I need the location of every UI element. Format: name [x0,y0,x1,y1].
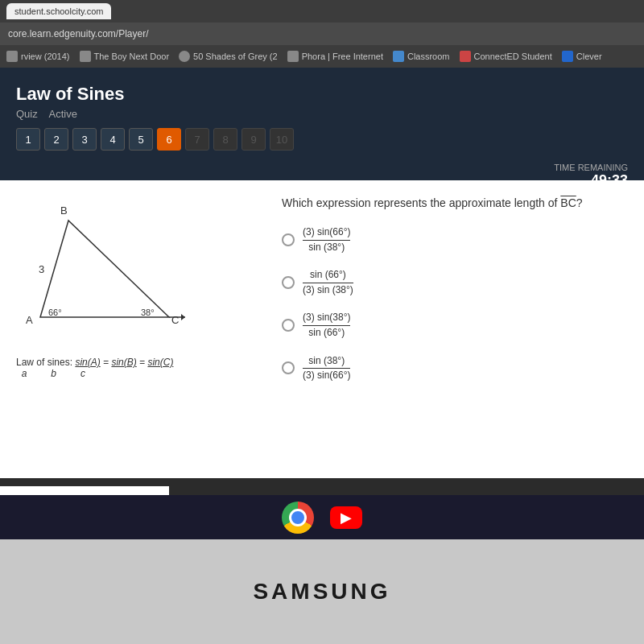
numerator-a: (3) sin(66°) [303,226,350,241]
answer-text-d: sin (38°) (3) sin(66°) [303,354,350,382]
bookmark-icon-clever [562,51,573,62]
quiz-content-area: B A C 3 66° 38° Law of sines: sin(A) = s… [0,180,644,478]
quiz-label: Quiz [16,108,38,120]
chrome-icon[interactable] [282,502,314,534]
fraction-d: sin (38°) (3) sin(66°) [303,355,350,382]
time-remaining-label: TIME REMAINING [554,163,628,172]
bookmark-50shades[interactable]: 50 Shades of Grey (2 [179,51,278,62]
bookmark-icon-connected [460,51,471,62]
numerator-c: (3) sin(38°) [303,312,350,326]
angle-c-label: 38° [141,308,155,317]
bookmark-label-50shades: 50 Shades of Grey (2 [193,52,278,61]
question-btn-5[interactable]: 5 [129,128,153,151]
bookmark-label-rview: rview (2014) [21,52,70,61]
bookmark-boynextdoor[interactable]: The Boy Next Door [80,51,170,62]
samsung-label: SAMSUNG [253,579,390,605]
fraction-a: (3) sin(66°) sin (38°) [303,226,350,254]
bookmark-clever[interactable]: Clever [562,51,602,62]
denominator-c: sin (66°) [308,326,345,340]
answer-options: (3) sin(66°) sin (38°) sin (66°) (3) sin… [282,225,628,382]
answer-option-d[interactable]: sin (38°) (3) sin(66°) [282,354,628,382]
answer-option-b[interactable]: sin (66°) (3) sin (38°) [282,268,628,296]
bookmark-rview[interactable]: rview (2014) [6,51,70,62]
bookmark-label-clever: Clever [576,52,602,61]
question-btn-1[interactable]: 1 [16,128,40,151]
bookmark-label-connected: ConnectED Student [474,52,552,61]
left-panel: B A C 3 66° 38° Law of sines: sin(A) = s… [16,196,258,462]
vertex-c-label: C [171,314,179,326]
radio-b[interactable] [282,276,295,289]
browser-tab[interactable]: student.schoolcity.com [6,3,111,19]
law-of-sines-formula: Law of sines: sin(A) = sin(B) = sin(C) a… [16,357,258,379]
bookmark-icon-classroom [393,51,404,62]
numerator-b: sin (66°) [303,269,353,283]
denominator-a: sin (38°) [308,241,345,254]
url-text: core.learn.edgenuity.com/Player/ [8,28,149,39]
bookmark-icon-rview [6,51,18,62]
numerator-d: sin (38°) [303,355,350,369]
angle-a-label: 66° [48,308,62,317]
fraction-b: sin (66°) (3) sin (38°) [303,269,353,296]
browser-top-bar: student.schoolcity.com [0,0,644,23]
bookmark-label-phora: Phora | Free Internet [302,52,383,61]
law-label: Law of sines: [16,357,75,368]
status-label: Active [48,108,76,120]
bookmark-label-classroom: Classroom [407,52,450,61]
bookmark-connected[interactable]: ConnectED Student [460,51,552,62]
bookmarks-bar: rview (2014) The Boy Next Door 50 Shades… [0,45,644,68]
page-title: Law of Sines [16,84,628,105]
youtube-icon[interactable]: ▶ [330,506,362,529]
triangle-svg: B A C 3 66° 38° [16,196,193,341]
bookmark-phora[interactable]: Phora | Free Internet [287,51,383,62]
radio-c[interactable] [282,319,295,332]
question-btn-2[interactable]: 2 [44,128,68,151]
quiz-nav: 1 2 3 4 5 6 7 8 9 10 [16,128,628,151]
right-panel: Which expression represents the approxim… [282,196,628,462]
samsung-bar: SAMSUNG [0,539,644,644]
time-remaining-value: 49:33 [554,172,628,189]
svg-marker-0 [40,221,169,317]
question-btn-10[interactable]: 10 [270,128,294,151]
quiz-status: Quiz Active [16,108,628,120]
svg-marker-2 [181,314,185,320]
address-bar[interactable]: core.learn.edgenuity.com/Player/ [0,23,644,45]
answer-text-c: (3) sin(38°) sin (66°) [303,311,350,339]
triangle-diagram: B A C 3 66° 38° [16,196,258,345]
vertex-a-label: A [26,314,33,326]
question-btn-6[interactable]: 6 [157,128,181,151]
question-btn-4[interactable]: 4 [101,128,125,151]
bookmark-classroom[interactable]: Classroom [393,51,450,62]
question-text: Which expression represents the approxim… [282,196,628,209]
answer-option-c[interactable]: (3) sin(38°) sin (66°) [282,311,628,339]
question-btn-9[interactable]: 9 [242,128,266,151]
main-content: Law of Sines Quiz Active 1 2 3 4 5 6 7 8… [0,68,644,180]
question-btn-7[interactable]: 7 [185,128,209,151]
taskbar: ▶ [0,495,644,539]
bookmark-icon-50shades [179,51,190,62]
answer-text-a: (3) sin(66°) sin (38°) [303,225,350,254]
radio-a[interactable] [282,233,295,246]
answer-option-a[interactable]: (3) sin(66°) sin (38°) [282,225,628,254]
denominator-d: (3) sin(66°) [303,369,350,382]
vertex-b-label: B [60,204,68,217]
time-remaining-display: TIME REMAINING 49:33 [554,163,628,189]
answer-text-b: sin (66°) (3) sin (38°) [303,268,353,296]
side-ab-label: 3 [39,263,44,275]
denominator-b: (3) sin (38°) [303,283,353,297]
question-btn-3[interactable]: 3 [72,128,97,151]
bookmark-icon-phora [287,51,299,62]
segment-label: BC [560,196,576,209]
radio-d[interactable] [282,361,295,374]
bookmark-icon-boynextdoor [80,51,91,62]
question-btn-8[interactable]: 8 [213,128,237,151]
fraction-c: (3) sin(38°) sin (66°) [303,312,350,339]
bookmark-label-boynextdoor: The Boy Next Door [94,52,170,61]
